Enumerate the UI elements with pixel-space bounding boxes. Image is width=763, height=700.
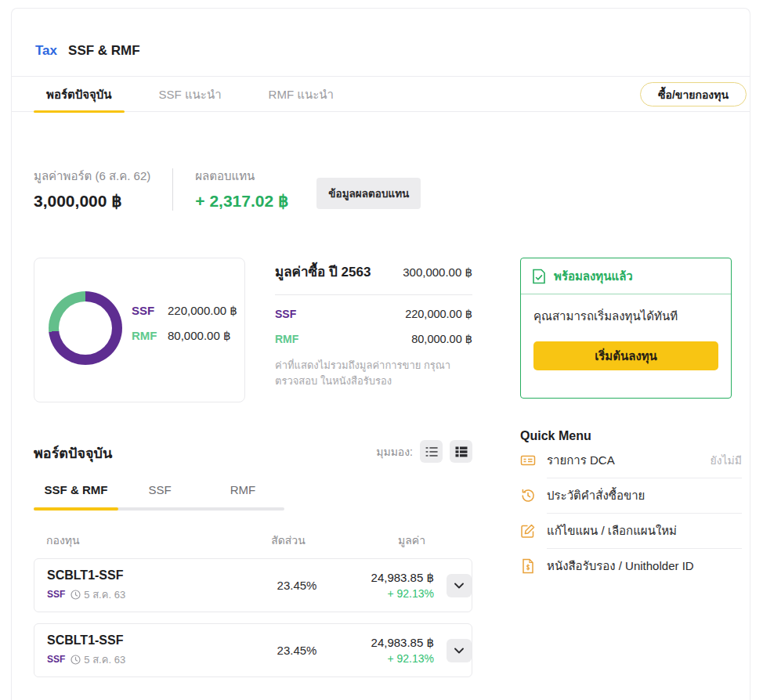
filter-tab-ssf[interactable]: SSF xyxy=(118,483,201,507)
fund-change: + 92.13% xyxy=(340,652,434,665)
ready-to-invest-box: พร้อมลงทุนแล้ว คุณสามารถเริ่มลงทุนได้ทัน… xyxy=(520,258,732,399)
tab-label: พอร์ตปัจจุบัน xyxy=(46,85,112,104)
fund-row: SCBLT1-SSF SSF 5 ส.ค. 63 23.45% 24,98 xyxy=(34,558,472,612)
fund-table-header: กองทุน สัดส่วน มูลค่า xyxy=(34,532,472,549)
fund-value: 24,983.85 ฿ xyxy=(340,571,434,585)
clock-icon xyxy=(71,590,81,600)
filter-tab-rmf[interactable]: RMF xyxy=(201,483,284,507)
legend-item-rmf: RMF 80,000.00 ฿ xyxy=(132,329,237,343)
purchase-row-rmf: RMF 80,000.00 ฿ xyxy=(275,333,472,345)
purchase-row-value: 220,000.00 ฿ xyxy=(405,308,472,320)
dca-list-icon xyxy=(520,453,536,468)
tab-current-portfolio[interactable]: พอร์ตปัจจุบัน xyxy=(34,77,125,112)
clock-icon xyxy=(71,655,81,665)
legend-value: 80,000.00 ฿ xyxy=(168,329,230,343)
fund-type-badge: SSF xyxy=(47,654,65,665)
portfolio-value-label: มูลค่าพอร์ต (6 ส.ค. 62) xyxy=(34,167,150,186)
fund-change: + 92.13% xyxy=(340,587,434,600)
quick-menu: Quick Menu รายการ DCA ยังไม่มี xyxy=(520,429,742,583)
document-check-icon xyxy=(532,269,546,284)
start-investing-button[interactable]: เริ่มต้นลงทุน xyxy=(533,341,718,370)
legend-label: SSF xyxy=(132,304,168,317)
purchase-summary: มูลค่าซื้อ ปี 2563 300,000.00 ฿ SSF 220,… xyxy=(275,261,472,389)
legend-value: 220,000.00 ฿ xyxy=(168,304,237,318)
allocation-legend: SSF 220,000.00 ฿ RMF 80,000.00 ฿ xyxy=(132,304,237,343)
legend-item-ssf: SSF 220,000.00 ฿ xyxy=(132,304,237,318)
return-label: ผลตอบแทน xyxy=(195,167,288,186)
expand-fund-row-button[interactable] xyxy=(447,574,472,597)
ssf-rmf-dashboard: Tax SSF & RMF พอร์ตปัจจุบัน SSF แนะนำ RM… xyxy=(0,0,763,700)
active-tab-underline xyxy=(34,110,125,113)
legend-label: RMF xyxy=(132,329,168,342)
column-header-value: มูลค่า xyxy=(331,532,425,549)
purchase-row-label: RMF xyxy=(275,333,298,345)
certificate-icon xyxy=(520,558,536,574)
allocation-card: SSF 220,000.00 ฿ RMF 80,000.00 ฿ xyxy=(34,258,245,402)
breadcrumb-tax[interactable]: Tax xyxy=(35,43,57,59)
fund-proportion: 23.45% xyxy=(254,579,340,592)
fund-type-badge: SSF xyxy=(47,589,65,600)
fund-date-text: 5 ส.ค. 63 xyxy=(84,586,125,603)
summary-divider xyxy=(172,168,173,211)
purchase-row-label: SSF xyxy=(275,308,296,320)
list-view-button[interactable] xyxy=(420,440,443,463)
ready-message: คุณสามารถเริ่มลงทุนได้ทันที xyxy=(533,307,718,326)
tab-ssf-recommended[interactable]: SSF แนะนำ xyxy=(146,77,234,112)
buy-sell-fund-button[interactable]: ซื้อ/ขายกองทุน xyxy=(640,82,747,106)
quick-menu-label: ประวัติคำสั่งซื้อขาย xyxy=(547,486,731,505)
view-toggle-group: มุมมอง: xyxy=(34,440,472,463)
purchase-row-ssf: SSF 220,000.00 ฿ xyxy=(275,308,472,320)
fund-name: SCBLT1-SSF xyxy=(47,568,254,583)
filter-tab-active-indicator xyxy=(34,507,118,511)
column-header-fund: กองทุน xyxy=(34,532,245,549)
quick-menu-meta: ยังไม่มี xyxy=(710,452,742,469)
ready-title: พร้อมลงทุนแล้ว xyxy=(554,267,633,286)
purchase-divider xyxy=(275,294,472,295)
portfolio-filter-tabs: SSF & RMF SSF RMF xyxy=(34,483,284,511)
quick-menu-label: รายการ DCA xyxy=(547,451,699,470)
purchase-disclaimer: ค่าที่แสดงไม่รวมถึงมูลค่าการขาย กรุณาตรว… xyxy=(275,358,472,389)
fund-proportion: 23.45% xyxy=(254,644,340,657)
return-info-button[interactable]: ข้อมูลผลตอบแทน xyxy=(316,178,421,209)
fund-row: SCBLT1-SSF SSF 5 ส.ค. 63 23.45% 24,98 xyxy=(34,623,472,677)
filter-tab-track xyxy=(34,507,284,511)
quick-menu-item-order-history[interactable]: ประวัติคำสั่งซื้อขาย xyxy=(520,478,742,513)
column-header-proportion: สัดส่วน xyxy=(245,532,331,549)
tab-rmf-recommended[interactable]: RMF แนะนำ xyxy=(256,77,346,112)
quick-menu-title: Quick Menu xyxy=(520,429,742,443)
quick-menu-item-edit-plan[interactable]: แก้ไขแผน / เลือกแผนใหม่ xyxy=(520,514,742,548)
quick-menu-item-certificate[interactable]: หนังสือรับรอง / Unitholder ID xyxy=(520,549,742,583)
main-tab-bar: พอร์ตปัจจุบัน SSF แนะนำ RMF แนะนำ ซื้อ/ข… xyxy=(12,77,750,112)
purchase-row-value: 80,000.00 ฿ xyxy=(411,333,472,345)
purchase-title: มูลค่าซื้อ ปี 2563 xyxy=(275,261,371,282)
fund-name: SCBLT1-SSF xyxy=(47,633,254,648)
history-icon xyxy=(520,488,536,503)
filter-tab-ssf-rmf[interactable]: SSF & RMF xyxy=(34,483,118,507)
table-view-icon xyxy=(455,446,468,457)
tab-label: SSF แนะนำ xyxy=(159,85,222,104)
allocation-donut-chart xyxy=(49,291,122,365)
list-view-icon xyxy=(425,446,438,457)
portfolio-summary: มูลค่าพอร์ต (6 ส.ค. 62) 3,000,000 ฿ ผลตอ… xyxy=(34,167,421,211)
fund-date: 5 ส.ค. 63 xyxy=(71,586,125,603)
fund-date: 5 ส.ค. 63 xyxy=(71,651,125,668)
fund-date-text: 5 ส.ค. 63 xyxy=(84,651,125,668)
chevron-down-icon xyxy=(454,583,464,589)
quick-menu-label: แก้ไขแผน / เลือกแผนใหม่ xyxy=(547,521,731,540)
purchase-total: 300,000.00 ฿ xyxy=(403,265,472,280)
fund-value: 24,983.85 ฿ xyxy=(340,636,434,650)
quick-menu-item-dca[interactable]: รายการ DCA ยังไม่มี xyxy=(520,443,742,478)
tab-label: RMF แนะนำ xyxy=(269,85,334,104)
return-value: + 2,317.02 ฿ xyxy=(195,192,288,211)
expand-fund-row-button[interactable] xyxy=(447,639,472,662)
quick-menu-label: หนังสือรับรอง / Unitholder ID xyxy=(547,557,731,576)
view-label: มุมมอง: xyxy=(376,443,413,460)
main-panel: Tax SSF & RMF พอร์ตปัจจุบัน SSF แนะนำ RM… xyxy=(11,8,750,700)
page-header: Tax SSF & RMF xyxy=(12,9,750,77)
edit-plan-icon xyxy=(520,523,536,539)
page-title: SSF & RMF xyxy=(68,43,140,59)
portfolio-value: 3,000,000 ฿ xyxy=(34,192,150,211)
chevron-down-icon xyxy=(454,648,464,654)
table-view-button[interactable] xyxy=(450,440,472,463)
